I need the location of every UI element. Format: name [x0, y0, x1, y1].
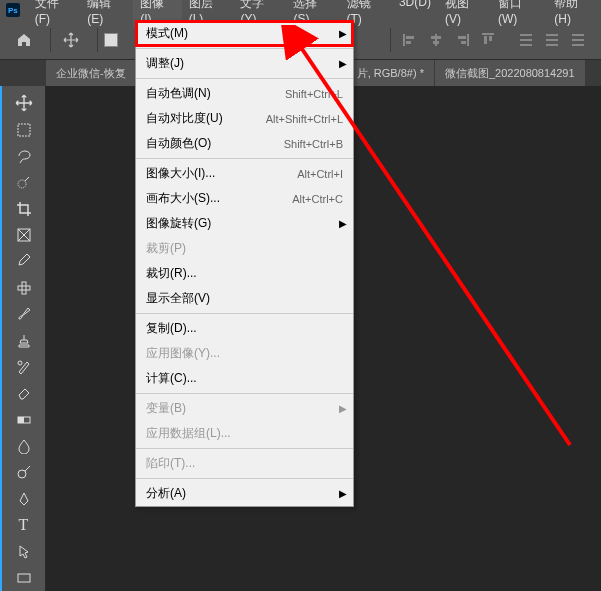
- home-icon[interactable]: [10, 26, 38, 54]
- menu-item[interactable]: 图像旋转(G)▶: [136, 211, 353, 236]
- menu-item-label: 计算(C)...: [146, 370, 197, 387]
- svg-rect-21: [18, 124, 30, 136]
- menu-item: 裁剪(P): [136, 236, 353, 261]
- svg-rect-11: [489, 36, 492, 41]
- menu-item-label: 裁切(R)...: [146, 265, 197, 282]
- align-right-icon[interactable]: [452, 30, 472, 50]
- svg-rect-17: [546, 44, 558, 46]
- menu-item[interactable]: 分析(A)▶: [136, 481, 353, 506]
- submenu-arrow-icon: ▶: [339, 488, 347, 499]
- menu-item-label: 复制(D)...: [146, 320, 197, 337]
- document-tab[interactable]: 片, RGB/8#) *: [347, 60, 434, 86]
- menu-item[interactable]: 图像大小(I)...Alt+Ctrl+I: [136, 161, 353, 186]
- svg-rect-12: [520, 34, 532, 36]
- quick-select-tool-icon[interactable]: [12, 171, 36, 193]
- history-brush-tool-icon[interactable]: [12, 356, 36, 378]
- frame-tool-icon[interactable]: [12, 224, 36, 246]
- menu-0[interactable]: 文件(F): [28, 0, 80, 28]
- submenu-arrow-icon: ▶: [339, 403, 347, 414]
- svg-rect-4: [431, 36, 441, 39]
- pen-tool-icon[interactable]: [12, 488, 36, 510]
- menubar: Ps 文件(F)编辑(E)图像(I)图层(L)文字(Y)选择(S)滤镜(T)3D…: [0, 0, 601, 20]
- eraser-tool-icon[interactable]: [12, 382, 36, 404]
- menu-item-label: 自动对比度(U): [146, 110, 223, 127]
- marquee-tool-icon[interactable]: [12, 118, 36, 140]
- align-top-icon[interactable]: [478, 30, 498, 50]
- menu-item: 应用图像(Y)...: [136, 341, 353, 366]
- separator: [50, 28, 51, 52]
- svg-rect-28: [18, 417, 24, 423]
- menu-item[interactable]: 计算(C)...: [136, 366, 353, 391]
- menu-10[interactable]: 帮助(H): [547, 0, 601, 28]
- brush-tool-icon[interactable]: [12, 303, 36, 325]
- svg-rect-14: [520, 44, 532, 46]
- svg-rect-24: [18, 286, 30, 290]
- app-logo: Ps: [6, 3, 20, 17]
- menu-separator: [136, 158, 353, 159]
- menu-item-label: 裁剪(P): [146, 240, 186, 257]
- move-tool-icon[interactable]: [12, 92, 36, 114]
- crop-tool-icon[interactable]: [12, 198, 36, 220]
- menu-item[interactable]: 模式(M)▶: [136, 21, 353, 46]
- menu-item-label: 显示全部(V): [146, 290, 210, 307]
- menu-item[interactable]: 调整(J)▶: [136, 51, 353, 76]
- menu-item[interactable]: 复制(D)...: [136, 316, 353, 341]
- menu-item-label: 自动颜色(O): [146, 135, 211, 152]
- menu-item[interactable]: 自动对比度(U)Alt+Shift+Ctrl+L: [136, 106, 353, 131]
- eyedropper-tool-icon[interactable]: [12, 250, 36, 272]
- svg-rect-9: [482, 33, 494, 35]
- menu-1[interactable]: 编辑(E): [80, 0, 133, 28]
- menu-item[interactable]: 自动色调(N)Shift+Ctrl+L: [136, 81, 353, 106]
- stamp-tool-icon[interactable]: [12, 329, 36, 351]
- align-center-h-icon[interactable]: [426, 30, 446, 50]
- svg-rect-15: [546, 34, 558, 36]
- document-tab[interactable]: 企业微信-恢复: [46, 60, 136, 86]
- menu-item-label: 分析(A): [146, 485, 186, 502]
- menu-7[interactable]: 3D(D): [392, 0, 438, 28]
- healing-tool-icon[interactable]: [12, 277, 36, 299]
- gradient-tool-icon[interactable]: [12, 409, 36, 431]
- menu-separator: [136, 48, 353, 49]
- menu-shortcut: Shift+Ctrl+B: [284, 138, 343, 150]
- svg-rect-19: [572, 39, 584, 41]
- svg-rect-1: [406, 36, 414, 39]
- path-select-tool-icon[interactable]: [12, 540, 36, 562]
- menu-item-label: 自动色调(N): [146, 85, 211, 102]
- separator: [390, 28, 391, 52]
- distribute-bottom-icon[interactable]: [568, 30, 588, 50]
- svg-rect-2: [406, 41, 411, 44]
- menu-item[interactable]: 裁切(R)...: [136, 261, 353, 286]
- menu-shortcut: Alt+Shift+Ctrl+L: [266, 113, 343, 125]
- svg-point-22: [18, 180, 26, 188]
- move-icon[interactable]: [57, 26, 85, 54]
- menu-9[interactable]: 窗口(W): [491, 0, 547, 28]
- type-tool-icon[interactable]: T: [12, 514, 36, 536]
- align-left-icon[interactable]: [400, 30, 420, 50]
- svg-rect-0: [403, 34, 405, 46]
- menu-item[interactable]: 显示全部(V): [136, 286, 353, 311]
- svg-rect-25: [22, 282, 26, 294]
- lasso-tool-icon[interactable]: [12, 145, 36, 167]
- document-tab[interactable]: 微信截图_2022080814291: [435, 60, 585, 86]
- menu-item[interactable]: 画布大小(S)...Alt+Ctrl+C: [136, 186, 353, 211]
- rectangle-tool-icon[interactable]: [12, 567, 36, 589]
- menu-separator: [136, 448, 353, 449]
- svg-point-29: [18, 470, 26, 478]
- svg-rect-10: [484, 36, 487, 44]
- menu-8[interactable]: 视图(V): [438, 0, 491, 28]
- distribute-center-icon[interactable]: [542, 30, 562, 50]
- menu-item-label: 图像旋转(G): [146, 215, 211, 232]
- svg-rect-30: [18, 574, 30, 582]
- menu-separator: [136, 78, 353, 79]
- menu-separator: [136, 393, 353, 394]
- auto-select-checkbox[interactable]: [104, 33, 118, 47]
- menu-item: 应用数据组(L)...: [136, 421, 353, 446]
- menu-item-label: 图像大小(I)...: [146, 165, 215, 182]
- blur-tool-icon[interactable]: [12, 435, 36, 457]
- menu-item[interactable]: 自动颜色(O)Shift+Ctrl+B: [136, 131, 353, 156]
- menu-shortcut: Alt+Ctrl+I: [297, 168, 343, 180]
- submenu-arrow-icon: ▶: [339, 218, 347, 229]
- image-menu-dropdown: 模式(M)▶调整(J)▶自动色调(N)Shift+Ctrl+L自动对比度(U)A…: [135, 20, 354, 507]
- distribute-top-icon[interactable]: [516, 30, 536, 50]
- dodge-tool-icon[interactable]: [12, 461, 36, 483]
